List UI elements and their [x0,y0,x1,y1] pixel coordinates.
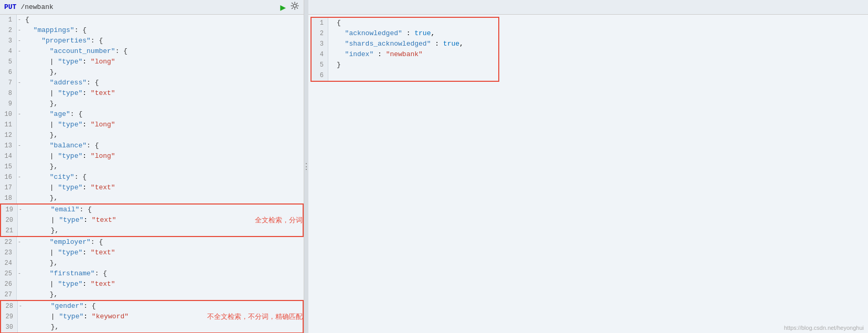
code-line-16: 16- "city": { [0,172,304,182]
line-content: { [23,15,304,25]
line-content: }, [23,130,304,141]
code-line-14: 14 | "type": "long" [0,151,304,162]
code-line-11: 11 | "type": "long" [0,120,304,130]
fold-arrow[interactable]: - [17,36,23,46]
line-content: "mappings": { [23,25,304,36]
line-number: 18 [0,193,17,203]
line-content: | "type": "long" [23,57,304,67]
line-content: }, [23,67,304,78]
fold-arrow[interactable]: - [17,141,23,151]
response-line-number: 2 [312,28,328,39]
response-line-4: 4 "index" : "newbank" [312,49,498,60]
line-number: 24 [0,258,17,268]
line-number: 1 [0,15,17,25]
code-line-25: 25- "firstname": { [0,268,304,279]
settings-icon[interactable] [290,1,299,13]
response-line-content: { [335,18,498,28]
response-line-3: 3 "shards_acknowledged" : true, [312,39,498,49]
fold-arrow[interactable]: - [17,78,23,88]
response-line-content: } [335,60,498,70]
code-line-8: 8 | "type": "text" [0,88,304,99]
fold-arrow[interactable]: - [17,25,23,36]
line-number: 25 [0,268,17,279]
fold-arrow[interactable]: - [17,46,23,57]
code-line-30: 30 }, [0,322,304,333]
line-content: }, [24,225,303,236]
line-number: 9 [0,99,17,109]
line-number: 3 [0,36,17,46]
fold-arrow[interactable]: - [18,205,24,215]
line-number: 10 [0,109,17,120]
line-content: | "type": "text" [23,88,304,99]
left-editor-panel: PUT /newbank ▶ 1-{2- "mappings": {3- "pr… [0,0,304,333]
line-number: 26 [0,279,17,289]
code-line-4: 4- "account_number": { [0,46,304,57]
code-line-1: 1-{ [0,15,304,25]
code-line-29: 29 | "type": "keyword"不全文检索，不分词，精确匹配 [0,311,304,322]
run-button[interactable]: ▶ [280,2,286,13]
response-line-number: 5 [312,60,328,70]
line-content: }, [23,162,304,172]
code-line-24: 24 }, [0,258,304,268]
response-line-number: 4 [312,49,328,60]
code-line-20: 20 | "type": "text"全文检索，分词 [0,215,304,225]
fold-arrow[interactable]: - [17,15,23,25]
line-number: 11 [0,120,17,130]
fold-arrow[interactable]: - [17,237,23,248]
left-code-lines: 1-{2- "mappings": {3- "properties": {4- … [0,15,304,333]
right-code-area: 1 {2 "acknowledged" : true,3 "shards_ack… [308,15,868,333]
response-line-6: 6 [312,70,498,81]
code-line-18: 18 }, [0,193,304,203]
line-content: | "type": "text" [23,182,304,193]
line-content: "firstname": { [23,268,304,279]
line-content: }, [23,258,304,268]
panel-divider[interactable]: ⋮ [304,0,308,333]
code-line-27: 27 }, [0,289,304,300]
left-code-area: 1-{2- "mappings": {3- "properties": {4- … [0,15,304,333]
line-content: }, [23,99,304,109]
left-header: PUT /newbank ▶ [0,0,304,15]
gender-annotation: 不全文检索，不分词，精确匹配 [207,311,303,322]
code-line-23: 23 | "type": "text" [0,248,304,258]
line-content: "properties": { [23,36,304,46]
line-content: | "type": "long" [23,120,304,130]
watermark: https://blog.csdn.net/heyonghui [784,325,864,331]
response-line-number: 1 [312,18,328,28]
line-number: 6 [0,67,17,78]
code-line-22: 22- "employer": { [0,237,304,248]
line-content: }, [24,322,303,332]
code-line-21: 21 }, [0,225,304,237]
code-line-2: 2- "mappings": { [0,25,304,36]
fold-arrow[interactable]: - [18,301,24,311]
fold-arrow[interactable]: - [17,268,23,279]
response-line-number: 6 [312,70,328,81]
right-header [308,0,868,15]
fold-arrow[interactable]: - [17,172,23,182]
response-line-number: 3 [312,39,328,49]
right-editor-panel: 1 {2 "acknowledged" : true,3 "shards_ack… [308,0,868,333]
response-line-1: 1 { [312,18,498,28]
response-line-content: "acknowledged" : true, [335,28,498,39]
line-content: | "type": "text" [24,215,247,225]
header-icons: ▶ [280,1,299,13]
line-content: }, [23,193,304,203]
line-number: 21 [1,225,18,236]
svg-point-0 [293,4,296,7]
line-number: 8 [0,88,17,99]
response-line-content: "shards_acknowledged" : true, [335,39,498,49]
request-url: /newbank [20,3,53,11]
line-number: 17 [0,182,17,193]
line-number: 27 [0,289,17,300]
line-number: 15 [0,162,17,172]
response-line-content: "index" : "newbank" [335,49,498,60]
line-content: "gender": { [24,301,303,311]
line-content: "balance": { [23,141,304,151]
code-line-26: 26 | "type": "text" [0,279,304,289]
response-line-2: 2 "acknowledged" : true, [312,28,498,39]
line-content: "city": { [23,172,304,182]
code-line-28: 28- "gender": { [0,300,304,311]
code-line-7: 7- "address": { [0,78,304,88]
code-line-17: 17 | "type": "text" [0,182,304,193]
fold-arrow[interactable]: - [17,109,23,120]
line-number: 16 [0,172,17,182]
